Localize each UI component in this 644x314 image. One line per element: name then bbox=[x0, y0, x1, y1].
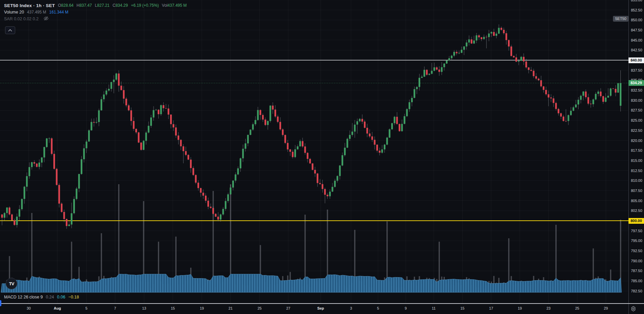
price-axis-label: 792.50 bbox=[629, 248, 644, 253]
last-price-tag: 834.29 bbox=[628, 80, 644, 86]
volume-value: 437.495 M bbox=[27, 10, 46, 15]
support-price-tag: 800.00 bbox=[628, 218, 644, 224]
time-axis-corner-divider bbox=[628, 304, 629, 314]
price-axis-label: 787.50 bbox=[629, 268, 644, 273]
time-axis-label: 23 bbox=[546, 306, 551, 310]
time-axis-label: 30 bbox=[27, 306, 31, 310]
time-axis-label: 7 bbox=[114, 306, 116, 310]
time-axis-label: 25 bbox=[258, 306, 262, 310]
symbol-price-scale-badge[interactable]: SET50 bbox=[613, 16, 628, 22]
price-axis-label: 845.00 bbox=[629, 38, 644, 43]
price-change: +6.19 (+0.75%) bbox=[131, 3, 159, 8]
legend-sar-row[interactable]: SAR 0.02 0.02 0.2 bbox=[4, 16, 187, 22]
price-axis-label: 830.00 bbox=[629, 98, 644, 103]
price-axis-label: 815.00 bbox=[629, 158, 644, 163]
volume-bars bbox=[1, 184, 621, 292]
time-axis-label: 5 bbox=[85, 306, 87, 310]
time-axis-label: 9 bbox=[405, 306, 407, 310]
price-axis-label: 785.00 bbox=[629, 279, 644, 283]
time-axis-label: 19 bbox=[200, 306, 204, 310]
time-axis-left-marker bbox=[0, 300, 1, 306]
time-axis-label: 11 bbox=[432, 306, 435, 310]
price-axis-label: 802.50 bbox=[629, 208, 644, 213]
time-axis-label: 13 bbox=[142, 306, 146, 310]
symbol-title[interactable]: SET50 Index · 1h · SET bbox=[4, 3, 55, 8]
time-axis-label: 5 bbox=[377, 306, 379, 310]
macd-value-2: 0.06 bbox=[57, 295, 65, 299]
time-axis-label: 29 bbox=[604, 306, 608, 310]
resistance-price-tag: 840.00 bbox=[628, 57, 644, 63]
price-axis-label: 795.00 bbox=[629, 238, 644, 243]
price-axis-label: 810.00 bbox=[629, 178, 644, 183]
price-axis-label: 822.50 bbox=[629, 128, 644, 133]
legend-symbol-row[interactable]: SET50 Index · 1h · SET O828.64 H837.47 L… bbox=[4, 2, 187, 9]
price-axis-label: 790.00 bbox=[629, 259, 644, 263]
price-axis-label: 825.00 bbox=[629, 118, 644, 123]
price-axis-label: 820.00 bbox=[629, 138, 644, 143]
volume-ma-area bbox=[1, 274, 622, 292]
ohlc-close: C834.29 bbox=[113, 3, 128, 8]
time-axis-label: 25 bbox=[575, 306, 579, 310]
time-axis-label: 3 bbox=[350, 306, 352, 310]
time-axis[interactable]: 30Aug57131519212527Sep35911151719232529 bbox=[0, 303, 644, 314]
ohlc-low: L827.21 bbox=[95, 3, 109, 8]
tradingview-logo[interactable]: TV bbox=[6, 278, 17, 289]
chevron-up-icon bbox=[8, 29, 12, 32]
time-axis-label: 15 bbox=[460, 306, 464, 310]
time-axis-label: 17 bbox=[489, 306, 493, 310]
price-axis-label: 827.50 bbox=[629, 108, 644, 113]
ohlc-open: O828.64 bbox=[58, 3, 74, 8]
macd-value-1: 0.24 bbox=[46, 295, 54, 299]
price-axis-label: 850.00 bbox=[629, 18, 644, 22]
ohlc-high: H837.47 bbox=[77, 3, 92, 8]
time-axis-label: 21 bbox=[229, 306, 233, 310]
bar-volume: Vol437.495 M bbox=[162, 3, 187, 8]
macd-value-3: −0.18 bbox=[68, 295, 79, 299]
price-axis-label: 817.50 bbox=[629, 148, 644, 153]
macd-label: MACD 12 26 close 9 bbox=[4, 295, 43, 299]
price-axis-label: 812.50 bbox=[629, 168, 644, 173]
price-axis-label: 855.00 bbox=[629, 0, 644, 2]
legend: SET50 Index · 1h · SET O828.64 H837.47 L… bbox=[4, 2, 187, 22]
price-axis-label: 832.50 bbox=[629, 88, 644, 93]
candles bbox=[1, 24, 622, 229]
time-axis-label: Sep bbox=[317, 306, 324, 310]
price-axis-label: 797.50 bbox=[629, 228, 644, 233]
volume-indicator-label: Volume 20 bbox=[4, 10, 24, 15]
time-axis-label: 27 bbox=[286, 306, 290, 310]
trading-chart-window: SET50 Index · 1h · SET O828.64 H837.47 L… bbox=[0, 0, 644, 314]
eye-hidden-icon[interactable] bbox=[44, 16, 49, 22]
time-axis-label: 15 bbox=[171, 306, 175, 310]
price-axis-label: 847.50 bbox=[629, 28, 644, 32]
candlestick-chart[interactable] bbox=[0, 0, 628, 303]
price-axis-label: 842.50 bbox=[629, 48, 644, 52]
macd-indicator-row[interactable]: MACD 12 26 close 9 0.24 0.06 −0.18 bbox=[4, 295, 79, 299]
grid-lines bbox=[0, 0, 628, 303]
price-axis[interactable]: 782.50785.00787.50790.00792.50795.00797.… bbox=[628, 0, 644, 303]
sar-indicator-label: SAR 0.02 0.02 0.2 bbox=[4, 17, 38, 21]
legend-volume-row[interactable]: Volume 20 437.495 M 161.344 M bbox=[4, 9, 187, 16]
price-axis-label: 837.50 bbox=[629, 68, 644, 73]
time-axis-label: Aug bbox=[54, 306, 61, 310]
price-axis-label: 782.50 bbox=[629, 289, 644, 293]
volume-ma-value: 161.344 M bbox=[49, 10, 69, 15]
axis-settings-gear-icon[interactable] bbox=[630, 306, 636, 313]
price-axis-label: 852.50 bbox=[629, 8, 644, 13]
time-axis-label: 19 bbox=[518, 306, 522, 310]
price-axis-label: 807.50 bbox=[629, 188, 644, 193]
price-axis-label: 805.00 bbox=[629, 198, 644, 203]
collapse-legend-button[interactable] bbox=[5, 26, 15, 34]
